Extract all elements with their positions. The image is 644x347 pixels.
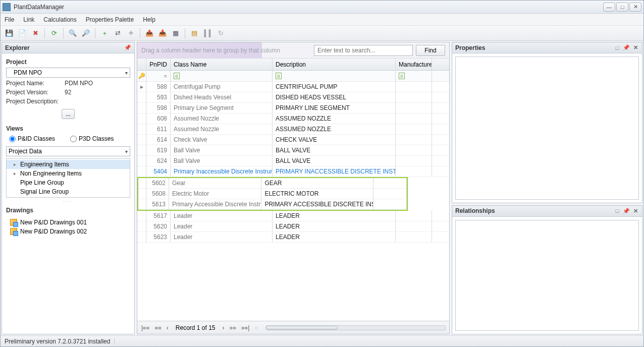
- grid-header: PnPID Class Name Description Manufacture…: [137, 59, 449, 71]
- cell-pnpid: 588: [146, 82, 171, 92]
- project-dropdown[interactable]: PDM NPO ▾: [6, 68, 130, 78]
- table-row[interactable]: 624Ball ValveBALL VALVE: [137, 156, 449, 166]
- cell-manufacturer: [396, 156, 432, 166]
- save-icon[interactable]: 💾: [4, 28, 15, 39]
- views-dropdown[interactable]: Project Data ▾: [6, 146, 130, 156]
- nav-prev-icon[interactable]: ‹: [166, 324, 170, 331]
- link-icon[interactable]: ⇄: [112, 28, 123, 39]
- menu-properties-palette[interactable]: Properties Palette: [86, 16, 134, 23]
- add-icon[interactable]: ＋: [99, 28, 110, 39]
- statusbar: Preliminary version 7.2.0.3721 installed: [1, 335, 643, 346]
- properties-title: Properties: [455, 44, 485, 51]
- maximize-panel-icon[interactable]: □: [614, 207, 621, 214]
- table-row[interactable]: 5620LeaderLEADER: [137, 221, 449, 232]
- maximize-button[interactable]: □: [616, 3, 628, 12]
- nav-prevpage-icon[interactable]: ««: [153, 324, 162, 331]
- tree-item[interactable]: ▸Non Engineering Items: [7, 169, 130, 178]
- table-row[interactable]: 593Dished Heads VesselDISHED HEADS VESSE…: [137, 92, 449, 103]
- table-row[interactable]: ▸588Centrifugal PumpCENTRIFUGAL PUMP: [137, 82, 449, 92]
- radio-p3d[interactable]: P3D Classes: [70, 135, 114, 142]
- row-selector-header[interactable]: [137, 59, 146, 70]
- filter-indicator-icon[interactable]: 🔑: [137, 71, 146, 81]
- new-icon[interactable]: 📄: [17, 28, 28, 39]
- refresh-icon[interactable]: ⟳: [48, 28, 60, 39]
- swap-icon[interactable]: ✧: [125, 28, 136, 39]
- hscroll-track[interactable]: [265, 325, 446, 330]
- maximize-panel-icon[interactable]: □: [614, 44, 621, 51]
- views-radios: P&ID Classes P3D Classes: [9, 135, 130, 142]
- search-icon[interactable]: 🔍: [67, 28, 78, 39]
- app-icon: [3, 3, 11, 11]
- table-row[interactable]: 5608Electric MotorELECTRIC MOTOR: [138, 189, 407, 199]
- filter-manufacturer[interactable]: a: [396, 71, 432, 81]
- table-row[interactable]: 614Check ValveCHECK VALVE: [137, 135, 449, 145]
- expand-icon[interactable]: ▸: [14, 162, 18, 167]
- col-description[interactable]: Description: [273, 59, 396, 70]
- menu-file[interactable]: File: [5, 16, 14, 23]
- import-icon[interactable]: 📥: [157, 28, 168, 39]
- tree-item[interactable]: Signal Line Group: [7, 187, 130, 196]
- table-row[interactable]: 5404Primary Inaccessible Discrete Instru…: [137, 166, 449, 177]
- menu-link[interactable]: Link: [23, 16, 34, 23]
- nav-next-icon[interactable]: ›: [222, 324, 226, 331]
- find-replace-icon[interactable]: 🔎: [80, 28, 91, 39]
- expand-icon[interactable]: ▸: [14, 171, 18, 176]
- nav-stop-icon[interactable]: ○: [253, 324, 259, 331]
- project-edit-button[interactable]: ...: [62, 109, 75, 119]
- close-button[interactable]: ✕: [629, 3, 641, 12]
- nav-last-icon[interactable]: »»|: [240, 324, 250, 331]
- delete-icon[interactable]: ✖: [30, 28, 41, 39]
- cell-description: ASSUMED NOZZLE: [273, 113, 396, 124]
- grid-body[interactable]: ▸588Centrifugal PumpCENTRIFUGAL PUMP593D…: [137, 82, 449, 321]
- table-row[interactable]: 5617LeaderLEADER: [137, 211, 449, 221]
- pin-icon[interactable]: 📌: [623, 207, 630, 214]
- close-panel-icon[interactable]: ✕: [632, 44, 639, 51]
- palette-icon[interactable]: ▤: [189, 28, 200, 39]
- export-icon[interactable]: 📤: [144, 28, 155, 39]
- nav-nextpage-icon[interactable]: »»: [229, 324, 237, 331]
- drawing-label: New P&ID Drawings 002: [20, 228, 87, 235]
- search-input[interactable]: [314, 45, 413, 56]
- find-button[interactable]: Find: [416, 45, 445, 56]
- col-manufacturer[interactable]: Manufacturer: [396, 59, 432, 70]
- group-hint[interactable]: Drag a column header here to group by th…: [141, 47, 311, 54]
- cell-classname: Check Valve: [171, 135, 273, 145]
- filter-classname[interactable]: a: [171, 71, 273, 81]
- reload-icon[interactable]: ↻: [215, 28, 226, 39]
- tree-item[interactable]: Pipe Line Group: [7, 178, 130, 187]
- radio-pid[interactable]: P&ID Classes: [9, 135, 55, 142]
- menu-calculations[interactable]: Calculations: [43, 16, 76, 23]
- grid-icon[interactable]: ▦: [170, 28, 181, 39]
- cell-classname: Gear: [169, 178, 261, 188]
- table-row[interactable]: 608Assumed NozzleASSUMED NOZZLE: [137, 113, 449, 124]
- table-row[interactable]: 5602GearGEAR: [138, 178, 407, 189]
- pin-icon[interactable]: 📌: [124, 44, 131, 51]
- cell-description: PRIMARY INACCESSIBLE DISCRETE INSTRUMENT: [273, 166, 396, 177]
- drawing-item[interactable]: New P&ID Drawings 001: [10, 218, 126, 227]
- menu-help[interactable]: Help: [143, 16, 155, 23]
- columns-icon[interactable]: ║║: [202, 28, 213, 39]
- radio-p3d-input[interactable]: [70, 136, 77, 142]
- minimize-button[interactable]: —: [603, 3, 615, 12]
- drawing-item[interactable]: New P&ID Drawings 002: [10, 227, 126, 236]
- splitter-handle[interactable]: ·····: [6, 200, 130, 203]
- col-classname[interactable]: Class Name: [171, 59, 273, 70]
- drawing-icon: [10, 228, 17, 235]
- radio-pid-input[interactable]: [9, 136, 16, 142]
- hscroll-thumb[interactable]: [266, 326, 338, 330]
- cell-manufacturer: [396, 135, 432, 145]
- row-marker: [137, 145, 146, 155]
- filter-description[interactable]: a: [273, 71, 396, 81]
- table-row[interactable]: 611Assumed NozzleASSUMED NOZZLE: [137, 124, 449, 135]
- nav-first-icon[interactable]: |««: [140, 324, 150, 331]
- filter-pnpid[interactable]: =: [146, 71, 171, 81]
- table-row[interactable]: 5623LeaderLEADER: [137, 232, 449, 243]
- table-row[interactable]: 5613Primary Accessible Discrete Instrume…: [138, 199, 407, 210]
- tree-item[interactable]: ▸Engineering Items: [7, 160, 130, 169]
- pin-icon[interactable]: 📌: [623, 44, 630, 51]
- toolbar-sep: [95, 28, 95, 38]
- table-row[interactable]: 598Primary Line SegmentPRIMARY LINE SEGM…: [137, 103, 449, 113]
- table-row[interactable]: 619Ball ValveBALL VALVE: [137, 145, 449, 156]
- close-panel-icon[interactable]: ✕: [632, 207, 639, 214]
- col-pnpid[interactable]: PnPID: [146, 59, 171, 70]
